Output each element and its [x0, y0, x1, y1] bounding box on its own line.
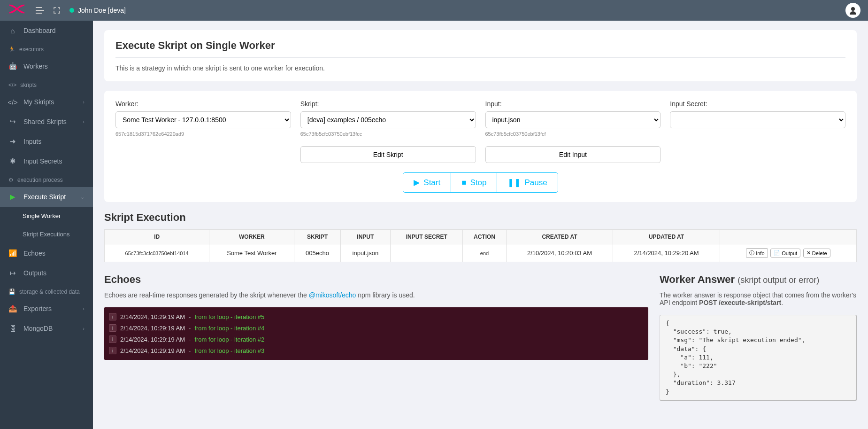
chevron-right-icon: › [83, 119, 84, 125]
wifi-icon: 📶 [8, 249, 17, 257]
chevron-right-icon: › [83, 326, 84, 331]
answer-json[interactable]: { "success": true, "msg": "The skript ex… [660, 315, 857, 401]
edit-skript-button[interactable]: Edit Skript [300, 146, 476, 163]
echo-npm-link[interactable]: @mikosoft/echo [309, 291, 356, 299]
console-line: i 2/14/2024, 10:29:19 AM - from for loop… [104, 334, 648, 345]
stop-button[interactable]: ■ Stop [451, 173, 497, 192]
robot-icon: 🤖 [8, 62, 17, 70]
code-icon: </> [8, 98, 17, 106]
input-hint: 65c73fb5cfc03750ebf13fcf [485, 131, 661, 137]
runner-icon: 🏃 [8, 46, 15, 53]
code-icon: </> [8, 82, 16, 88]
console-line: i 2/14/2024, 10:29:19 AM - from for loop… [104, 311, 648, 322]
worker-select[interactable]: Some Test Worker - 127.0.0.1:8500 [115, 111, 291, 128]
page-header-card: Execute Skript on Single Worker This is … [104, 30, 857, 81]
sidebar-item-echoes[interactable]: 📶 Echoes [0, 243, 93, 263]
home-icon: ⌂ [8, 26, 17, 35]
app-logo [8, 3, 26, 18]
output-icon: 📄 [774, 250, 780, 256]
main-content: Execute Skript on Single Worker This is … [93, 21, 868, 429]
answer-title: Worker Answer (skript output or error) [660, 273, 857, 286]
stop-icon: ■ [461, 178, 466, 187]
start-button[interactable]: ▶ Start [403, 173, 451, 192]
pause-button[interactable]: ❚❚ Pause [497, 173, 557, 192]
close-icon: ✕ [807, 250, 811, 256]
save-icon: 💾 [8, 289, 15, 295]
sidebar-item-shared-skripts[interactable]: ↪ Shared Skripts › [0, 112, 93, 132]
input-select[interactable]: input.json [485, 111, 661, 128]
info-button[interactable]: ⓘInfo [746, 248, 768, 258]
sidebar-item-single-worker[interactable]: Single Worker [0, 207, 93, 225]
info-badge-icon: i [109, 347, 116, 354]
console-line: i 2/14/2024, 10:29:19 AM - from for loop… [104, 345, 648, 356]
answer-panel: Worker Answer (skript output or error) T… [660, 273, 857, 401]
chevron-down-icon: ⌄ [80, 194, 84, 200]
menu-toggle-icon[interactable] [36, 7, 44, 14]
fullscreen-icon[interactable] [54, 7, 60, 14]
sidebar-item-workers[interactable]: 🤖 Workers [0, 56, 93, 76]
user-name: John Doe [deva] [78, 7, 126, 14]
logout-icon: ↦ [8, 269, 17, 277]
sidebar-section-execution: ⚙ execution process [0, 171, 93, 187]
play-icon: ▶ [8, 193, 17, 201]
sidebar-item-skript-executions[interactable]: Skript Executions [0, 225, 93, 243]
play-icon: ▶ [414, 178, 420, 187]
skript-select[interactable]: [deva] examples / 005echo [300, 111, 476, 128]
export-icon: 📤 [8, 304, 17, 313]
sidebar-item-inputs[interactable]: ➜ Inputs [0, 132, 93, 151]
echoes-panel: Echoes Echoes are real-time responses ge… [104, 273, 648, 401]
avatar[interactable] [845, 3, 860, 18]
user-indicator[interactable]: John Doe [deva] [69, 7, 126, 14]
form-card: Worker: Some Test Worker - 127.0.0.1:850… [104, 91, 857, 202]
sidebar-item-input-secrets[interactable]: ✱ Input Secrets [0, 151, 93, 171]
svg-point-3 [851, 7, 855, 11]
status-dot-icon [69, 8, 74, 13]
skript-hint: 65c73fb5cfc03750ebf13fcc [300, 131, 476, 137]
echoes-console: i 2/14/2024, 10:29:19 AM - from for loop… [104, 307, 648, 360]
gear-icon: ⚙ [8, 177, 14, 183]
share-icon: ↪ [8, 117, 17, 126]
control-button-group: ▶ Start ■ Stop ❚❚ Pause [403, 172, 558, 193]
delete-button[interactable]: ✕Delete [803, 249, 830, 257]
page-title: Execute Skript on Single Worker [115, 39, 845, 52]
sidebar-section-executors: 🏃 executors [0, 40, 93, 56]
echoes-title: Echoes [104, 273, 648, 286]
sidebar-item-exporters[interactable]: 📤 Exporters › [0, 299, 93, 319]
table-row: 65c73fc3cfc03750ebf14014 Some Test Worke… [105, 244, 857, 262]
answer-description: The worker answer is response object tha… [660, 291, 857, 306]
asterisk-icon: ✱ [8, 157, 17, 165]
sidebar-item-dashboard[interactable]: ⌂ Dashboard [0, 21, 93, 40]
chevron-right-icon: › [83, 306, 84, 312]
sidebar-item-mongodb[interactable]: 🗄 MongoDB › [0, 319, 93, 338]
sidebar: ⌂ Dashboard 🏃 executors 🤖 Workers </> sk… [0, 21, 93, 429]
chevron-right-icon: › [83, 99, 84, 105]
echoes-description: Echoes are real-time responses generated… [104, 291, 648, 299]
info-icon: ⓘ [749, 250, 754, 257]
login-icon: ➜ [8, 137, 17, 146]
database-icon: 🗄 [8, 324, 17, 333]
input-secret-label: Input Secret: [670, 100, 845, 108]
input-label: Input: [485, 100, 661, 108]
info-badge-icon: i [109, 313, 116, 320]
input-secret-select[interactable] [670, 111, 845, 128]
sidebar-section-skripts: </> skripts [0, 76, 93, 92]
worker-hint: 657c1815d371762e64220ad9 [115, 131, 291, 137]
sidebar-item-execute-skript[interactable]: ▶ Execute Skript ⌄ [0, 187, 93, 207]
sidebar-section-storage: 💾 storage & collected data [0, 283, 93, 299]
sidebar-item-my-skripts[interactable]: </> My Skripts › [0, 92, 93, 112]
topbar: John Doe [deva] [0, 0, 868, 21]
info-badge-icon: i [109, 335, 116, 343]
output-button[interactable]: 📄Output [770, 249, 800, 257]
console-line: i 2/14/2024, 10:29:19 AM - from for loop… [104, 322, 648, 334]
table-title: Skript Execution [104, 211, 857, 224]
pause-icon: ❚❚ [507, 178, 521, 187]
page-description: This is a strategy in which one skript i… [115, 64, 845, 72]
execution-table: ID WORKER SKRIPT INPUT INPUT SECRET ACTI… [104, 229, 857, 262]
info-badge-icon: i [109, 324, 116, 332]
worker-label: Worker: [115, 100, 291, 108]
skript-label: Skript: [300, 100, 476, 108]
edit-input-button[interactable]: Edit Input [485, 146, 661, 163]
sidebar-item-outputs[interactable]: ↦ Outputs [0, 263, 93, 283]
